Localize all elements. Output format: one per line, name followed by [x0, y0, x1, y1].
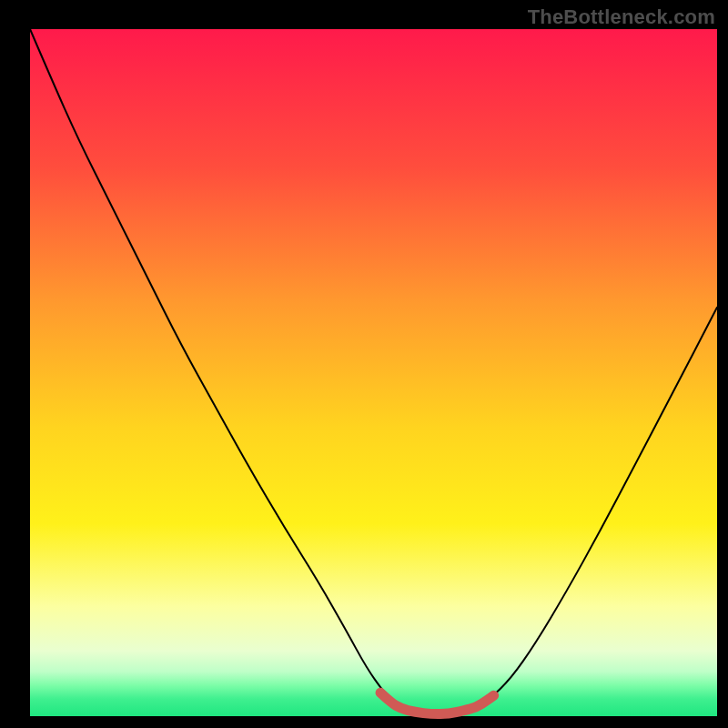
chart-stage: { "watermark": "TheBottleneck.com", "cha… [0, 0, 728, 728]
bottleneck-chart [0, 0, 728, 728]
plot-background [30, 29, 717, 716]
watermark-text: TheBottleneck.com [528, 5, 715, 29]
